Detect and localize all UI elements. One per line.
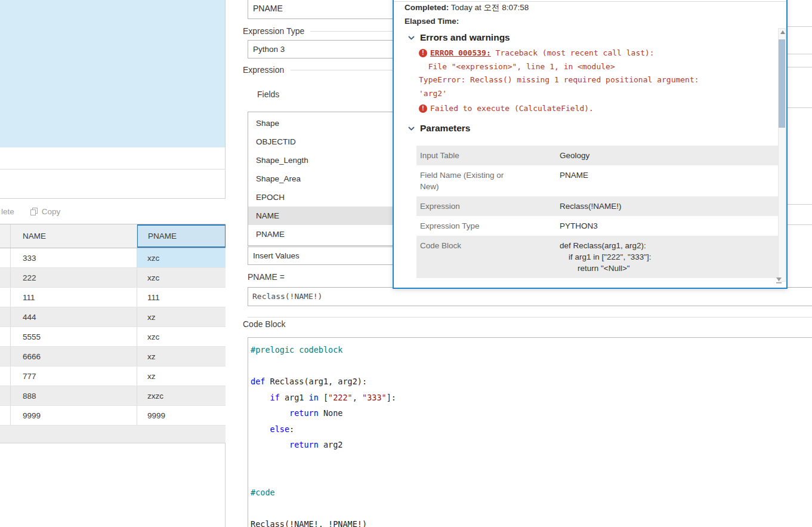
map-view[interactable] — [0, 0, 225, 147]
code-line: return None — [251, 405, 812, 421]
parameter-value: Geology — [560, 150, 778, 161]
parameter-row: Input TableGeology — [416, 146, 778, 165]
parameter-value: PYTHON3 — [560, 220, 778, 232]
table-row[interactable]: 444xz — [0, 307, 226, 327]
table-row[interactable]: 888zxzc — [0, 386, 226, 406]
field-item[interactable]: PNAME — [248, 225, 394, 244]
copy-button[interactable]: Copy — [30, 207, 61, 216]
code-editor[interactable]: #prelogic codeblock def Reclass(arg1, ar… — [248, 337, 812, 527]
parameter-row: ExpressionReclass(!NAME!) — [416, 196, 778, 216]
parameter-row: Expression TypePYTHON3 — [416, 216, 778, 236]
cutoff-line — [788, 224, 812, 225]
completed-label: Completed: — [405, 3, 449, 12]
fields-listbox[interactable]: ShapeOBJECTIDShape_LengthShape_AreaEPOCH… — [248, 112, 394, 246]
row-selector[interactable] — [0, 366, 11, 386]
cell-pname[interactable]: xzc — [137, 268, 226, 287]
parameter-label: Field Name (Existing or New) — [420, 169, 560, 192]
error-message-text: Failed to execute (CalculateField). — [430, 102, 594, 116]
section-line — [248, 317, 812, 318]
field-item[interactable]: Shape — [248, 114, 394, 132]
tool-result-popup: Completed: Today at 오전 8:07:58 Elapsed T… — [393, 0, 788, 289]
field-item[interactable]: Shape_Area — [248, 169, 394, 188]
field-item[interactable]: Shape_Length — [248, 151, 394, 169]
cell-name[interactable]: 5555 — [11, 327, 137, 346]
cell-pname[interactable]: xzc — [137, 327, 226, 346]
code-line — [251, 469, 812, 485]
header-gutter[interactable] — [0, 224, 11, 248]
cell-pname[interactable]: 111 — [137, 288, 226, 307]
row-selector[interactable] — [0, 386, 11, 405]
error-message-line: !ERROR 000539: Traceback (most recent ca… — [419, 47, 762, 60]
scrollbar-up-arrow[interactable] — [780, 30, 785, 34]
field-item[interactable]: OBJECTID — [248, 132, 394, 151]
row-selector[interactable] — [0, 288, 11, 307]
table-row[interactable]: 222xzc — [0, 268, 226, 288]
code-line: #prelogic codeblock — [251, 342, 812, 358]
cell-pname[interactable]: xz — [137, 307, 226, 326]
chevron-down-icon — [408, 127, 415, 131]
cell-name[interactable]: 6666 — [11, 347, 137, 366]
cell-pname[interactable]: 9999 — [137, 406, 226, 425]
cell-pname[interactable]: xz — [137, 366, 226, 386]
section-line — [291, 70, 393, 70]
copy-icon — [30, 207, 39, 216]
table-row[interactable]: 777xz — [0, 366, 226, 386]
expression-type-select[interactable]: Python 3 — [248, 40, 394, 58]
cell-name[interactable]: 888 — [11, 386, 137, 405]
insert-values-dropdown[interactable]: Insert Values — [248, 246, 394, 265]
cell-name[interactable]: 777 — [11, 366, 137, 386]
parameter-label: Input Table — [420, 150, 560, 161]
delete-button[interactable]: lete — [1, 207, 14, 216]
parameter-value: Reclass(!NAME!) — [560, 201, 778, 212]
cell-pname[interactable]: xz — [137, 347, 226, 366]
parameters-table: Input TableGeologyField Name (Existing o… — [416, 146, 778, 278]
row-selector[interactable] — [0, 268, 11, 287]
table-footer-strip — [0, 426, 226, 443]
errors-section-header[interactable]: Errors and warnings — [408, 32, 510, 43]
field-name-input[interactable]: PNAME — [248, 0, 394, 19]
chevron-down-icon — [408, 36, 415, 40]
field-item[interactable]: EPOCH — [248, 188, 394, 207]
table-row[interactable]: 333xzc — [0, 248, 226, 268]
row-selector[interactable] — [0, 307, 11, 326]
code-line: Reclass(!NAME!, !PNAME!) — [251, 516, 812, 527]
parameter-label: Code Block — [420, 240, 560, 274]
column-header-pname[interactable]: PNAME — [137, 224, 226, 248]
code-line: return arg2 — [251, 437, 812, 453]
row-selector[interactable] — [0, 406, 11, 425]
section-line — [310, 31, 393, 32]
cell-name[interactable]: 444 — [11, 307, 137, 326]
cutoff-line — [788, 54, 812, 54]
cell-pname[interactable]: xzc — [137, 248, 226, 267]
cell-name[interactable]: 111 — [11, 288, 137, 307]
column-header-name[interactable]: NAME — [11, 224, 137, 248]
divider-line — [394, 1, 786, 2]
parameter-label: Expression Type — [420, 220, 560, 232]
row-selector[interactable] — [0, 248, 11, 267]
completed-status: Completed: Today at 오전 8:07:58 — [405, 2, 529, 13]
parameter-label: Expression — [420, 201, 560, 212]
parameter-value: def Reclass(arg1, arg2): if arg1 in ["22… — [560, 240, 778, 274]
expression-input[interactable]: Reclass(!NAME!) — [248, 287, 812, 306]
cell-name[interactable]: 9999 — [11, 406, 137, 425]
table-row[interactable]: 99999999 — [0, 406, 226, 426]
error-message-line: TypeError: Reclass() missing 1 required … — [419, 73, 762, 87]
field-item[interactable]: NAME — [248, 207, 394, 225]
table-row[interactable]: 5555xzc — [0, 327, 226, 347]
parameter-row: Field Name (Existing or New)PNAME — [416, 165, 778, 196]
cell-pname[interactable]: zxzc — [137, 386, 226, 405]
row-selector[interactable] — [0, 347, 11, 366]
row-selector[interactable] — [0, 327, 11, 346]
error-message-line: 'arg2' — [419, 87, 762, 101]
errors-section-title: Errors and warnings — [420, 32, 510, 43]
cell-name[interactable]: 333 — [11, 248, 137, 267]
scrollbar-thumb[interactable] — [779, 39, 785, 128]
error-message-text: ERROR 000539: Traceback (most recent cal… — [430, 47, 654, 60]
elapsed-time-label: Elapsed Time: — [405, 17, 459, 26]
table-row[interactable]: 6666xz — [0, 347, 226, 366]
code-line — [251, 500, 812, 516]
cell-name[interactable]: 222 — [11, 268, 137, 287]
parameters-section-header[interactable]: Parameters — [408, 123, 470, 134]
scroll-to-bottom-icon[interactable] — [774, 276, 783, 287]
table-row[interactable]: 111111 — [0, 288, 226, 307]
